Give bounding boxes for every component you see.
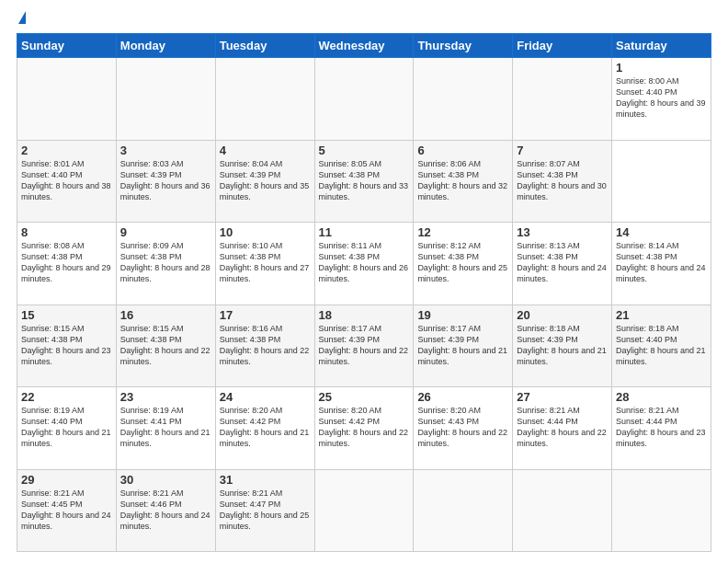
- day-number: 22: [21, 390, 112, 404]
- header: [17, 15, 711, 24]
- day-info: Sunrise: 8:03 AMSunset: 4:39 PMDaylight:…: [120, 158, 211, 203]
- day-number: 30: [120, 473, 211, 487]
- calendar-day-cell: [414, 469, 513, 552]
- day-number: 5: [319, 144, 410, 157]
- day-info: Sunrise: 8:21 AMSunset: 4:44 PMDaylight:…: [517, 405, 608, 450]
- calendar-week-row: 22Sunrise: 8:19 AMSunset: 4:40 PMDayligh…: [17, 387, 711, 470]
- calendar-day-cell: 11Sunrise: 8:11 AMSunset: 4:38 PMDayligh…: [314, 223, 414, 305]
- day-number: 13: [517, 225, 608, 239]
- day-info: Sunrise: 8:20 AMSunset: 4:42 PMDaylight:…: [220, 405, 311, 450]
- calendar-day-cell: 4Sunrise: 8:04 AMSunset: 4:39 PMDaylight…: [215, 140, 314, 223]
- day-info: Sunrise: 8:00 AMSunset: 4:40 PMDaylight:…: [616, 75, 707, 121]
- day-number: 4: [220, 144, 311, 157]
- calendar-empty-cell: [414, 58, 513, 141]
- calendar-header-row: SundayMondayTuesdayWednesdayThursdayFrid…: [17, 34, 711, 58]
- day-number: 28: [616, 390, 707, 404]
- calendar-day-cell: 29Sunrise: 8:21 AMSunset: 4:45 PMDayligh…: [17, 469, 117, 552]
- day-number: 15: [21, 308, 112, 322]
- day-number: 11: [319, 225, 410, 239]
- calendar-day-cell: 21Sunrise: 8:18 AMSunset: 4:40 PMDayligh…: [612, 304, 711, 387]
- calendar-day-cell: 28Sunrise: 8:21 AMSunset: 4:44 PMDayligh…: [612, 387, 711, 470]
- calendar-week-row: 2Sunrise: 8:01 AMSunset: 4:40 PMDaylight…: [17, 140, 711, 223]
- day-number: 18: [319, 308, 410, 322]
- day-info: Sunrise: 8:17 AMSunset: 4:39 PMDaylight:…: [319, 323, 410, 368]
- day-number: 16: [120, 308, 211, 322]
- day-number: 24: [220, 390, 311, 404]
- day-number: 3: [120, 144, 211, 157]
- calendar-day-cell: 30Sunrise: 8:21 AMSunset: 4:46 PMDayligh…: [116, 469, 215, 552]
- calendar-day-cell: 23Sunrise: 8:19 AMSunset: 4:41 PMDayligh…: [116, 387, 215, 470]
- day-info: Sunrise: 8:20 AMSunset: 4:42 PMDaylight:…: [319, 405, 410, 450]
- day-info: Sunrise: 8:05 AMSunset: 4:38 PMDaylight:…: [319, 158, 410, 203]
- calendar-empty-cell: [215, 58, 314, 141]
- day-number: 26: [417, 390, 508, 404]
- day-info: Sunrise: 8:17 AMSunset: 4:39 PMDaylight:…: [417, 323, 508, 368]
- day-info: Sunrise: 8:11 AMSunset: 4:38 PMDaylight:…: [319, 240, 410, 285]
- calendar-day-cell: 13Sunrise: 8:13 AMSunset: 4:38 PMDayligh…: [513, 223, 612, 305]
- day-info: Sunrise: 8:12 AMSunset: 4:38 PMDaylight:…: [417, 240, 508, 285]
- day-number: 29: [21, 473, 112, 487]
- page: SundayMondayTuesdayWednesdayThursdayFrid…: [0, 0, 728, 563]
- day-number: 31: [220, 473, 311, 487]
- day-info: Sunrise: 8:18 AMSunset: 4:40 PMDaylight:…: [616, 323, 707, 368]
- day-number: 20: [517, 308, 608, 322]
- calendar-day-cell: 8Sunrise: 8:08 AMSunset: 4:38 PMDaylight…: [17, 223, 117, 305]
- day-number: 9: [120, 225, 211, 239]
- calendar-day-cell: 25Sunrise: 8:20 AMSunset: 4:42 PMDayligh…: [314, 387, 414, 470]
- day-info: Sunrise: 8:19 AMSunset: 4:41 PMDaylight:…: [120, 405, 211, 450]
- day-number: 10: [220, 225, 311, 239]
- day-info: Sunrise: 8:18 AMSunset: 4:39 PMDaylight:…: [517, 323, 608, 368]
- day-info: Sunrise: 8:21 AMSunset: 4:47 PMDaylight:…: [220, 488, 311, 533]
- day-number: 25: [319, 390, 410, 404]
- day-info: Sunrise: 8:16 AMSunset: 4:38 PMDaylight:…: [220, 323, 311, 368]
- day-number: 1: [616, 61, 707, 75]
- day-number: 2: [21, 144, 112, 157]
- calendar-day-cell: 26Sunrise: 8:20 AMSunset: 4:43 PMDayligh…: [414, 387, 513, 470]
- calendar-day-cell: 31Sunrise: 8:21 AMSunset: 4:47 PMDayligh…: [215, 469, 314, 552]
- calendar-day-cell: 5Sunrise: 8:05 AMSunset: 4:38 PMDaylight…: [314, 140, 414, 223]
- calendar-day-cell: 6Sunrise: 8:06 AMSunset: 4:38 PMDaylight…: [414, 140, 513, 223]
- calendar-header-saturday: Saturday: [612, 34, 711, 58]
- day-number: 19: [417, 308, 508, 322]
- logo: [17, 15, 26, 24]
- calendar-day-cell: 3Sunrise: 8:03 AMSunset: 4:39 PMDaylight…: [116, 140, 215, 223]
- day-info: Sunrise: 8:08 AMSunset: 4:38 PMDaylight:…: [21, 240, 112, 285]
- day-info: Sunrise: 8:10 AMSunset: 4:38 PMDaylight:…: [220, 240, 311, 285]
- calendar-day-cell: 16Sunrise: 8:15 AMSunset: 4:38 PMDayligh…: [116, 304, 215, 387]
- logo-triangle-icon: [18, 11, 26, 24]
- calendar-day-cell: 2Sunrise: 8:01 AMSunset: 4:40 PMDaylight…: [17, 140, 117, 223]
- calendar-empty-cell: [314, 58, 414, 141]
- day-number: 21: [616, 308, 707, 322]
- calendar-day-cell: 7Sunrise: 8:07 AMSunset: 4:38 PMDaylight…: [513, 140, 612, 223]
- day-number: 17: [220, 308, 311, 322]
- day-number: 6: [417, 144, 508, 157]
- calendar-day-cell: 10Sunrise: 8:10 AMSunset: 4:38 PMDayligh…: [215, 223, 314, 305]
- calendar-week-row: 15Sunrise: 8:15 AMSunset: 4:38 PMDayligh…: [17, 304, 711, 387]
- calendar-week-row: 1Sunrise: 8:00 AMSunset: 4:40 PMDaylight…: [17, 58, 711, 141]
- day-info: Sunrise: 8:14 AMSunset: 4:38 PMDaylight:…: [616, 240, 707, 285]
- day-info: Sunrise: 8:15 AMSunset: 4:38 PMDaylight:…: [21, 323, 112, 368]
- day-info: Sunrise: 8:19 AMSunset: 4:40 PMDaylight:…: [21, 405, 112, 450]
- day-info: Sunrise: 8:13 AMSunset: 4:38 PMDaylight:…: [517, 240, 608, 285]
- day-info: Sunrise: 8:01 AMSunset: 4:40 PMDaylight:…: [21, 158, 112, 203]
- day-info: Sunrise: 8:06 AMSunset: 4:38 PMDaylight:…: [417, 158, 508, 203]
- calendar-header-tuesday: Tuesday: [215, 34, 314, 58]
- calendar-day-cell: [513, 469, 612, 552]
- day-info: Sunrise: 8:09 AMSunset: 4:38 PMDaylight:…: [120, 240, 211, 285]
- calendar-table: SundayMondayTuesdayWednesdayThursdayFrid…: [17, 33, 711, 552]
- calendar-day-cell: 18Sunrise: 8:17 AMSunset: 4:39 PMDayligh…: [314, 304, 414, 387]
- day-info: Sunrise: 8:07 AMSunset: 4:38 PMDaylight:…: [517, 158, 608, 203]
- day-info: Sunrise: 8:15 AMSunset: 4:38 PMDaylight:…: [120, 323, 211, 368]
- calendar-day-cell: [314, 469, 414, 552]
- day-number: 8: [21, 225, 112, 239]
- calendar-week-row: 8Sunrise: 8:08 AMSunset: 4:38 PMDaylight…: [17, 223, 711, 305]
- calendar-day-cell: 22Sunrise: 8:19 AMSunset: 4:40 PMDayligh…: [17, 387, 117, 470]
- day-info: Sunrise: 8:04 AMSunset: 4:39 PMDaylight:…: [220, 158, 311, 203]
- calendar-header-monday: Monday: [116, 34, 215, 58]
- calendar-day-cell: 20Sunrise: 8:18 AMSunset: 4:39 PMDayligh…: [513, 304, 612, 387]
- calendar-empty-cell: [513, 58, 612, 141]
- calendar-week-row: 29Sunrise: 8:21 AMSunset: 4:45 PMDayligh…: [17, 469, 711, 552]
- day-number: 14: [616, 225, 707, 239]
- calendar-empty-cell: [17, 58, 117, 141]
- day-info: Sunrise: 8:21 AMSunset: 4:46 PMDaylight:…: [120, 488, 211, 533]
